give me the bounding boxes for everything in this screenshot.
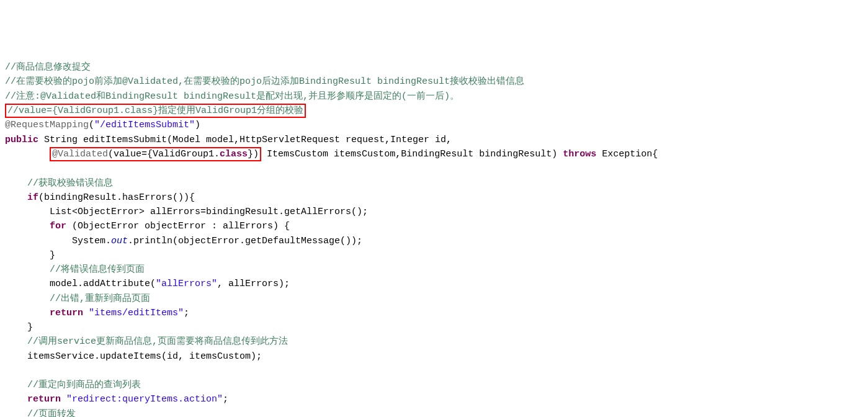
code-text: System. [5, 236, 111, 246]
keyword: throws [563, 149, 596, 159]
code-text: model.addAttribute( [5, 279, 156, 289]
keyword: for [50, 221, 66, 231]
code-text: } [5, 250, 55, 261]
code-text: (bindingResult.hasErrors()){ [38, 192, 195, 203]
code-text [5, 149, 50, 159]
keyword: return [50, 308, 83, 318]
keyword: class [220, 149, 248, 159]
code-block: //商品信息修改提交 //在需要校验的pojo前添加@Validated,在需要… [5, 60, 863, 417]
code-text: } [5, 322, 33, 333]
code-text: ( [89, 120, 94, 130]
comment-line: //出错,重新到商品页面 [5, 294, 150, 304]
code-text: String editItemsSubmit(Model model,HttpS… [38, 135, 452, 145]
string-literal: "redirect:queryItems.action" [66, 394, 223, 405]
comment-line: //页面转发 [5, 409, 76, 418]
code-text: itemsService.updateItems(id, itemsCustom… [5, 351, 262, 362]
string-literal: "allErrors" [156, 279, 217, 289]
keyword: if [27, 192, 38, 203]
code-text: ItemsCustom itemsCustom,BindingResult bi… [261, 149, 563, 159]
code-text: ; [223, 394, 228, 405]
string-literal: "/editItemsSubmit" [94, 120, 195, 130]
comment-line: //获取校验错误信息 [5, 178, 113, 189]
comment-line: //调用service更新商品信息,页面需要将商品信息传到此方法 [5, 336, 288, 347]
highlight-box-comment: //value={ValidGroup1.class}指定使用ValidGrou… [5, 104, 306, 119]
code-text: }) [248, 149, 259, 159]
code-text: , allErrors); [217, 279, 290, 289]
keyword: public [5, 135, 38, 145]
highlight-box-validated: @Validated(value={ValidGroup1.class}) [50, 147, 261, 162]
comment-line: //重定向到商品的查询列表 [5, 380, 141, 390]
code-text: .println(objectError.getDefaultMessage()… [128, 236, 362, 246]
code-text: ; [184, 308, 189, 318]
string-literal: "items/editItems" [89, 308, 184, 318]
comment-line: //在需要校验的pojo前添加@Validated,在需要校验的pojo后边添加… [5, 76, 524, 87]
comment-line: //注意:@Validated和BindingResult bindingRes… [5, 91, 459, 102]
static-field: out [111, 236, 128, 246]
code-text: (value={ValidGroup1. [108, 149, 220, 159]
annotation: @RequestMapping [5, 120, 89, 130]
annotation: @Validated [52, 149, 108, 159]
code-text: (ObjectError objectError : allErrors) { [66, 221, 290, 231]
code-text: List<ObjectError> allErrors=bindingResul… [5, 207, 368, 217]
comment-line: //将错误信息传到页面 [5, 264, 145, 275]
code-text: Exception{ [596, 149, 658, 159]
comment-line: //value={ValidGroup1.class}指定使用ValidGrou… [7, 105, 303, 116]
code-text: ) [195, 120, 200, 130]
comment-line: //商品信息修改提交 [5, 62, 91, 73]
keyword: return [27, 394, 61, 405]
